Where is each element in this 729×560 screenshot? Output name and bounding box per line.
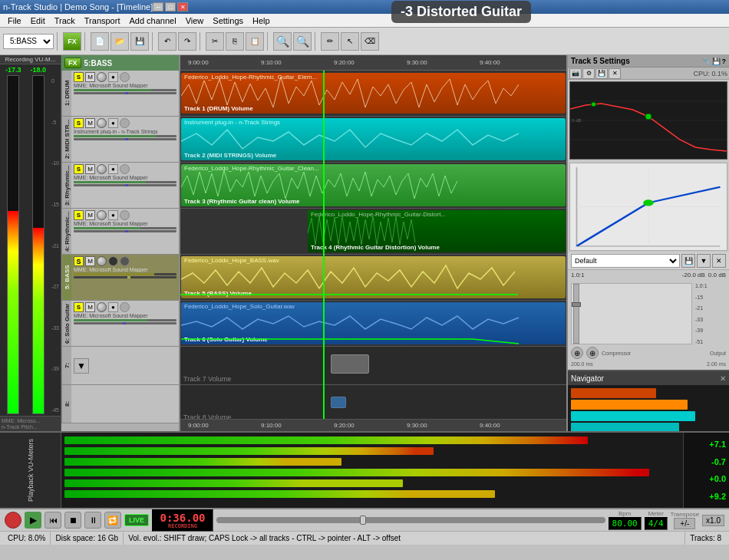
window-controls[interactable]: ─ □ ✕ xyxy=(153,2,188,12)
track-1-pan-bar[interactable] xyxy=(74,92,176,94)
track-7-clip-placeholder[interactable] xyxy=(331,354,369,374)
settings-btn-2[interactable]: ⚙ xyxy=(582,68,595,79)
track-2-timeline[interactable]: Instrument plug-in - n-Track Strings Tra… xyxy=(180,117,566,163)
loop-button[interactable]: 🔁 xyxy=(104,512,121,529)
track-selector[interactable]: 5:BASS xyxy=(3,34,54,49)
speed-control[interactable]: x1.0 xyxy=(702,515,724,526)
redo-button[interactable]: ↷ xyxy=(178,32,196,51)
track-4-pan-bar[interactable] xyxy=(74,230,176,232)
paste-button[interactable]: 📋 xyxy=(246,32,264,51)
position-thumb[interactable] xyxy=(360,516,366,525)
track-4-arm[interactable] xyxy=(120,210,130,220)
track-8-timeline[interactable]: Track 8 Volume xyxy=(180,385,566,419)
track-3-pan-bar[interactable] xyxy=(74,184,176,186)
track-2-pan-bar[interactable] xyxy=(74,138,176,140)
eq-display[interactable]: 0 dB xyxy=(569,81,727,160)
track-2-rec[interactable]: ● xyxy=(108,118,118,128)
settings-icon-2[interactable]: 💾 xyxy=(712,58,721,65)
track-6-volume-bar[interactable] xyxy=(74,319,176,321)
record-button[interactable] xyxy=(5,512,21,529)
track-1-solo[interactable]: S xyxy=(74,72,84,82)
fx-header-button[interactable]: FX xyxy=(64,58,81,68)
track-1-mute[interactable]: M xyxy=(85,72,95,82)
track-4-volume-bar[interactable] xyxy=(74,227,176,229)
menu-edit[interactable]: Edit xyxy=(26,14,50,27)
track-3-solo[interactable]: S xyxy=(74,164,84,174)
minimize-button[interactable]: ─ xyxy=(153,2,163,12)
track-4-rec[interactable]: ● xyxy=(108,210,118,220)
close-button[interactable]: ✕ xyxy=(177,2,188,12)
navigator-close[interactable]: ✕ xyxy=(720,374,726,383)
settings-btn-4[interactable]: ✕ xyxy=(609,68,621,79)
save-button[interactable]: 💾 xyxy=(130,32,149,51)
preset-close[interactable]: ✕ xyxy=(712,254,726,268)
pencil-tool[interactable]: ✏ xyxy=(321,32,339,51)
track-4-timeline[interactable]: Federico_Loddo_Hope-Rhythmic_Guitar-Dist… xyxy=(180,209,566,255)
track-6-clip[interactable]: Federico_Loddo_Hope_Solo_Guitar.wav Trac… xyxy=(181,302,566,344)
menu-track[interactable]: Track xyxy=(50,14,80,27)
rewind-button[interactable]: ⏮ xyxy=(45,512,61,529)
new-button[interactable]: 📄 xyxy=(91,32,109,51)
fx-button[interactable]: FX xyxy=(63,32,81,51)
position-slider[interactable] xyxy=(216,517,605,523)
preset-menu[interactable]: ▼ xyxy=(697,254,711,268)
track-1-knob[interactable] xyxy=(97,72,107,82)
settings-icon-1[interactable]: 🔧 xyxy=(702,58,711,65)
track-2-solo[interactable]: S xyxy=(74,118,84,128)
open-button[interactable]: 📂 xyxy=(111,32,129,51)
maximize-button[interactable]: □ xyxy=(165,2,176,12)
track-1-rec[interactable]: ● xyxy=(108,72,118,82)
track-2-knob[interactable] xyxy=(97,118,107,128)
track-3-timeline[interactable]: Federico_Loddo_Hope-Rhythmic_Guitar_Clea… xyxy=(180,163,566,209)
preset-save[interactable]: 💾 xyxy=(681,254,695,268)
menu-transport[interactable]: Transport xyxy=(80,14,125,27)
transpose-value[interactable]: +/- xyxy=(674,518,695,529)
menu-settings[interactable]: Settings xyxy=(208,14,248,27)
track-1-arm[interactable] xyxy=(120,72,130,82)
settings-btn-3[interactable]: 💾 xyxy=(595,68,608,79)
track-5-arm2[interactable] xyxy=(120,256,130,266)
track-6-rec[interactable]: ● xyxy=(108,302,118,312)
track-3-clip[interactable]: Federico_Loddo_Hope-Rhythmic_Guitar_Clea… xyxy=(181,164,566,206)
stop-button[interactable]: ⏹ xyxy=(64,512,81,529)
pause-button[interactable]: ⏸ xyxy=(84,512,101,529)
track-3-rec[interactable]: ● xyxy=(108,164,118,174)
menu-add-channel[interactable]: Add channel xyxy=(124,14,180,27)
track-5-pan-bar[interactable] xyxy=(74,276,176,278)
gain-slider-area[interactable] xyxy=(571,283,692,344)
menu-help[interactable]: Help xyxy=(248,14,275,27)
track-4-solo[interactable]: S xyxy=(74,210,84,220)
track-2-mute[interactable]: M xyxy=(85,118,95,128)
track-5-arm1[interactable] xyxy=(108,256,118,266)
meter-value[interactable]: 4/4 xyxy=(645,517,668,530)
track-3-volume-bar[interactable] xyxy=(74,181,176,183)
track-7-timeline[interactable]: Track 7 Volume xyxy=(180,347,566,385)
play-button[interactable]: ▶ xyxy=(25,512,41,529)
track-4-knob[interactable] xyxy=(97,210,107,220)
track-2-clip[interactable]: Instrument plug-in - n-Track Strings Tra… xyxy=(181,118,566,160)
track-3-arm[interactable] xyxy=(120,164,130,174)
track-6-mute[interactable]: M xyxy=(85,302,95,312)
settings-help[interactable]: ? xyxy=(722,58,727,65)
copy-button[interactable]: ⎘ xyxy=(226,32,244,51)
track-1-volume-bar[interactable] xyxy=(74,89,176,91)
nav-bar-3[interactable] xyxy=(571,411,695,421)
track-5-knob[interactable] xyxy=(97,256,107,266)
eraser-tool[interactable]: ⌫ xyxy=(361,32,379,51)
zoom-out-button[interactable]: 🔍 xyxy=(293,32,312,51)
nav-bar-1[interactable] xyxy=(571,388,656,398)
track-7-add[interactable]: ▼ xyxy=(74,358,89,374)
track-5-mute[interactable]: M xyxy=(85,256,95,266)
track-4-clip[interactable]: Federico_Loddo_Hope-Rhythmic_Guitar-Dist… xyxy=(308,210,566,252)
comp-knob-2[interactable]: ⊕ xyxy=(586,347,599,359)
pointer-tool[interactable]: ↖ xyxy=(341,32,359,51)
menu-file[interactable]: File xyxy=(3,14,26,27)
track-6-knob[interactable] xyxy=(97,302,107,312)
track-5-timeline[interactable]: Federico_Loddo_Hope_BASS.wav Track 5 (BA… xyxy=(180,255,566,301)
gain-slider-thumb[interactable] xyxy=(572,302,581,307)
track-2-volume-bar[interactable] xyxy=(74,135,176,137)
track-4-mute[interactable]: M xyxy=(85,210,95,220)
transport-time-display[interactable]: 0:36.00 RECORDING xyxy=(152,509,213,532)
preset-select[interactable]: Default xyxy=(571,254,680,268)
comp-knob-1[interactable]: ⊕ xyxy=(571,347,583,359)
